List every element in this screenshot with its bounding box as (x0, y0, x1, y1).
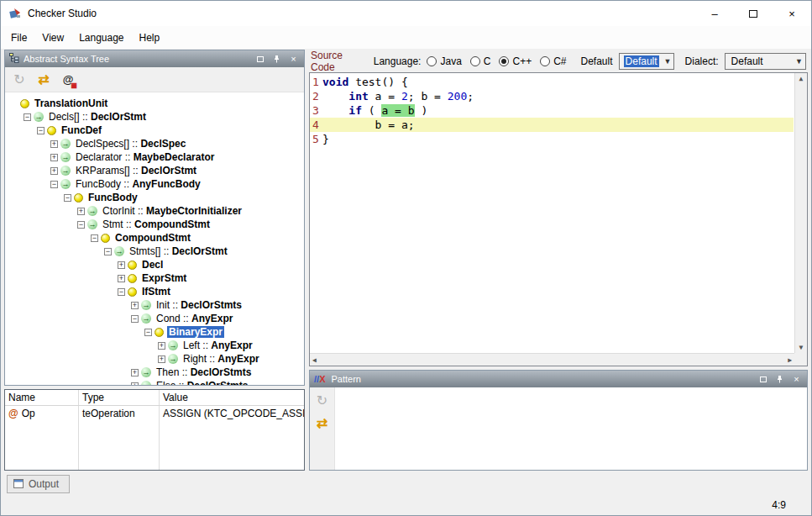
radio-cpp[interactable]: C++ (499, 55, 532, 67)
radio-circle-csharp[interactable] (540, 56, 550, 66)
collapse-icon[interactable]: − (37, 127, 45, 134)
scroll-left-icon[interactable]: ◀ (312, 356, 317, 364)
radio-csharp[interactable]: C# (540, 55, 566, 67)
expand-icon[interactable]: + (118, 261, 125, 269)
tree-node-translationunit[interactable]: TranslationUnit (10, 97, 302, 110)
tree-node-declspecs[interactable]: +→DeclSpecs[] :: DeclSpec (10, 137, 302, 150)
expand-icon[interactable]: + (50, 167, 58, 175)
table-row[interactable]: @OpteOperationASSIGN (KTC_OPCODE_ASSIGN) (5, 406, 304, 421)
menu-file[interactable]: File (3, 28, 34, 48)
expand-icon[interactable]: + (118, 275, 125, 282)
collapse-icon[interactable]: − (91, 234, 98, 242)
titlebar[interactable]: Checker Studio – × (1, 1, 811, 26)
output-tab[interactable]: Output (7, 475, 70, 493)
statusbar: 4:9 (1, 495, 811, 515)
menu-language[interactable]: Language (71, 28, 131, 48)
tree-node-stmt[interactable]: −→Stmt :: CompoundStmt (10, 218, 302, 231)
expand-icon[interactable]: + (131, 302, 139, 309)
tree-node-left[interactable]: +→Left :: AnyExpr (10, 339, 302, 352)
tree-node-decls[interactable]: −→Decls[] :: DeclOrStmt (10, 110, 302, 124)
pattern-toolbar: ↻⇄ (310, 387, 335, 470)
tree-node-compoundstmt[interactable]: −CompoundStmt (10, 231, 302, 245)
collapse-icon[interactable]: − (64, 194, 71, 202)
editor-line[interactable]: 5} (310, 132, 794, 146)
tree-node-binaryexpr[interactable]: −BinaryExpr (10, 325, 302, 339)
default-label: Default (581, 55, 613, 67)
expand-icon[interactable]: + (50, 140, 58, 148)
scroll-down-icon[interactable]: ▼ (799, 344, 804, 351)
expand-icon[interactable]: + (131, 382, 139, 386)
tree-node-ifstmt[interactable]: −IfStmt (10, 285, 302, 298)
tree-node-krparams[interactable]: +→KRParams[] :: DeclOrStmt (10, 164, 302, 177)
tree-node-funcbody[interactable]: −FuncBody (10, 191, 302, 204)
tree-node-declarator[interactable]: +→Declarator :: MaybeDeclarator (10, 150, 302, 164)
radio-java[interactable]: Java (427, 55, 461, 67)
tree-node-label: Left :: AnyExpr (181, 340, 254, 351)
radio-circle-c[interactable] (470, 56, 480, 66)
vertical-scrollbar[interactable]: ▲ ▼ (794, 73, 807, 353)
pin-button[interactable] (773, 373, 786, 386)
column-header-value[interactable]: Value (160, 390, 304, 405)
horizontal-scrollbar[interactable]: ◀ ▶ (310, 353, 794, 366)
radio-circle-cpp[interactable] (499, 56, 509, 66)
collapse-icon[interactable]: − (104, 248, 112, 255)
collapse-icon[interactable]: − (77, 221, 85, 229)
member-icon: → (87, 219, 97, 229)
tree-node-label: Decl (140, 259, 165, 271)
maximize-button[interactable] (734, 1, 773, 26)
pin-button[interactable] (270, 53, 283, 66)
expand-icon[interactable]: + (50, 154, 58, 161)
default-combobox[interactable]: Default ▼ (619, 53, 674, 70)
collapse-icon[interactable]: − (24, 113, 31, 121)
scroll-up-icon[interactable]: ▲ (799, 75, 804, 82)
tree-node-funcbody[interactable]: −→FuncBody :: AnyFuncBody (10, 177, 302, 191)
expand-icon[interactable]: + (77, 208, 85, 215)
dialect-combobox[interactable]: Default ▼ (725, 53, 806, 70)
collapse-icon[interactable]: − (118, 288, 125, 296)
tree-node-else[interactable]: +→Else :: DeclOrStmts (10, 379, 302, 385)
pattern-refresh-button[interactable]: ↻ (312, 390, 333, 410)
editor-line[interactable]: 1void test() { (310, 75, 794, 89)
expand-icon[interactable]: + (158, 342, 165, 350)
float-button[interactable] (254, 53, 266, 66)
close-panel-button[interactable]: × (287, 53, 300, 66)
pattern-content[interactable] (335, 387, 807, 470)
tree-node-funcdef[interactable]: −FuncDef (10, 124, 302, 137)
collapse-icon[interactable]: − (144, 329, 152, 336)
column-header-name[interactable]: Name (5, 390, 79, 405)
expand-icon[interactable]: + (131, 369, 139, 376)
ast-refresh-button[interactable]: ↻ (8, 70, 30, 90)
column-header-type[interactable]: Type (79, 390, 160, 405)
minimize-button[interactable]: – (695, 1, 734, 26)
member-icon: → (114, 246, 124, 256)
tree-node-decl[interactable]: +Decl (10, 258, 302, 271)
ast-transform-button[interactable]: ⇄ (33, 70, 55, 90)
editor-line[interactable]: 3 if ( a = b ) (310, 103, 794, 118)
float-button[interactable] (757, 373, 769, 386)
pattern-transform-button[interactable]: ⇄ (312, 413, 333, 433)
tree-node-stmts[interactable]: −→Stmts[] :: DeclOrStmt (10, 245, 302, 258)
pattern-panel-header[interactable]: //X Pattern × (310, 371, 807, 387)
scroll-right-icon[interactable]: ▶ (788, 356, 792, 364)
collapse-icon[interactable]: − (131, 315, 139, 323)
close-panel-button[interactable]: × (790, 373, 803, 386)
collapse-icon[interactable]: − (50, 181, 58, 188)
tree-node-then[interactable]: +→Then :: DeclOrStmts (10, 366, 302, 379)
tree-node-right[interactable]: +→Right :: AnyExpr (10, 352, 302, 366)
editor-line[interactable]: 2 int a = 2; b = 200; (310, 89, 794, 103)
tree-node-init[interactable]: +→Init :: DeclOrStmts (10, 298, 302, 312)
radio-c[interactable]: C (470, 55, 491, 67)
close-button[interactable]: × (773, 1, 811, 26)
ast-panel-header[interactable]: Abstract Syntax Tree × (5, 50, 304, 67)
code-editor[interactable]: 1void test() {2 int a = 2; b = 200;3 if … (309, 72, 808, 366)
editor-line[interactable]: 4 b = a; (310, 118, 794, 132)
ast-attributes-button[interactable]: @ (57, 70, 79, 90)
menu-view[interactable]: View (34, 28, 71, 48)
tree-node-ctorinit[interactable]: +→CtorInit :: MaybeCtorInitializer (10, 204, 302, 218)
menu-help[interactable]: Help (132, 28, 168, 48)
radio-circle-java[interactable] (427, 56, 437, 66)
code-text: if ( a = b ) (322, 103, 794, 118)
tree-node-exprstmt[interactable]: +ExprStmt (10, 271, 302, 285)
tree-node-cond[interactable]: −→Cond :: AnyExpr (10, 312, 302, 325)
expand-icon[interactable]: + (158, 355, 165, 363)
